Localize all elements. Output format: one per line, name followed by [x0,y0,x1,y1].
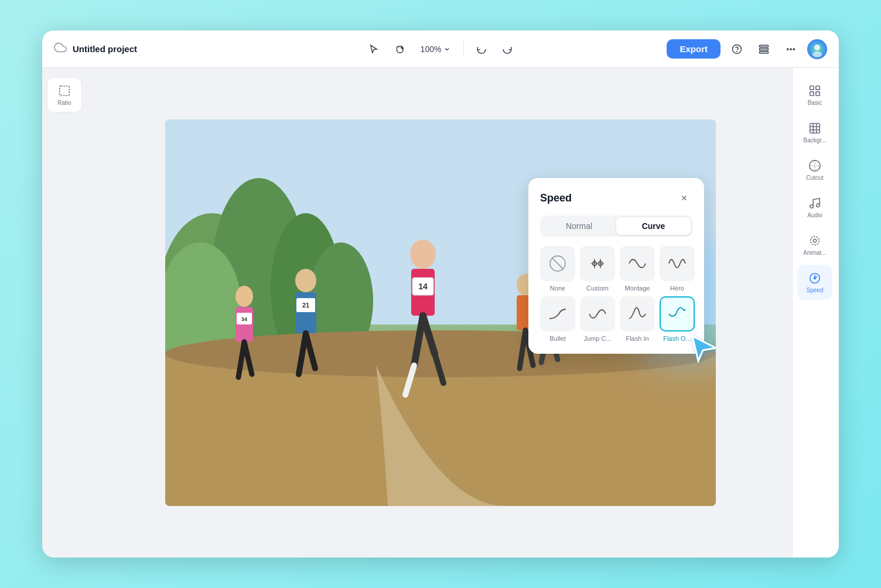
body: Ratio [42,68,839,558]
svg-line-51 [552,258,564,269]
curve-hero[interactable]: Hero [660,246,695,292]
ratio-button[interactable]: Ratio [47,77,82,112]
export-button[interactable]: Export [667,39,720,59]
curve-label-hero: Hero [670,285,684,292]
undo-button[interactable] [471,39,492,60]
curve-flash-in[interactable]: Flash In [620,296,655,342]
curve-box-flash-in [620,296,655,331]
curves-grid: None [540,246,692,342]
curve-label-flash-in: Flash In [626,335,648,342]
sidebar-item-speed[interactable]: Speed [797,265,832,300]
layers-button[interactable] [753,39,774,60]
curve-box-none [540,246,575,281]
svg-point-10 [812,52,822,57]
svg-point-70 [811,236,819,245]
sidebar-item-audio[interactable]: Audio [797,190,832,225]
header-divider [463,41,464,57]
zoom-control[interactable]: 100% [415,41,457,57]
select-tool-button[interactable] [363,39,384,60]
speed-tab-row: Normal Curve [540,216,692,237]
curve-jump-cut[interactable]: Jump C... [580,296,615,342]
sidebar-item-cutout[interactable]: Cutout [797,152,832,187]
ratio-label: Ratio [57,100,71,106]
curve-box-custom [580,246,615,281]
svg-rect-58 [810,86,814,89]
svg-point-9 [814,45,820,50]
svg-rect-60 [810,91,814,95]
svg-point-72 [814,277,816,279]
curve-box-flash-out [660,296,695,331]
curve-box-montage [620,246,655,281]
curve-label-jump-cut: Jump C... [583,335,611,342]
svg-text:34: 34 [241,316,247,322]
sidebar-label-animate: Animat... [803,249,826,256]
svg-point-28 [295,269,316,292]
cursor-arrow [687,330,716,365]
svg-marker-57 [692,336,716,361]
svg-rect-61 [816,91,819,95]
svg-point-7 [793,48,794,49]
sidebar-item-background[interactable]: Backgr... [797,115,832,150]
svg-point-5 [787,48,788,49]
canvas-area: 14 21 [89,68,792,558]
header-center: 100% [314,39,567,60]
sidebar-item-basic[interactable]: Basic [797,77,832,112]
curve-label-custom: Custom [586,285,609,292]
project-title: Untitled project [73,44,137,54]
redo-button[interactable] [497,39,518,60]
svg-point-34 [235,286,253,307]
sidebar-item-animate[interactable]: Animat... [797,227,832,262]
sidebar-label-background: Backgr... [804,137,827,143]
curve-label-bullet: Bullet [549,335,566,342]
canvas: 14 21 [165,119,716,506]
app-window: Untitled project 100% [42,30,839,558]
svg-point-6 [790,48,791,49]
curve-box-hero [660,246,695,281]
svg-point-68 [817,203,820,207]
svg-rect-11 [60,86,70,95]
speed-popup-header: Speed [540,190,692,206]
right-sidebar: Basic Backgr... Cutout [792,68,839,558]
tab-curve[interactable]: Curve [616,217,691,235]
left-sidebar: Ratio [42,68,89,558]
hand-tool-button[interactable] [389,39,410,60]
sidebar-label-speed: Speed [807,287,824,293]
runner-scene: 14 21 [165,119,716,506]
speed-popup-card: Speed Normal Curve [528,178,704,354]
curve-label-none: None [550,285,565,292]
more-button[interactable] [780,39,801,60]
curve-montage[interactable]: Montage [620,246,655,292]
svg-rect-3 [760,48,769,50]
curve-custom[interactable]: Custom [580,246,615,292]
curve-bullet[interactable]: Bullet [540,296,575,342]
cloud-icon [54,41,67,57]
svg-rect-4 [760,51,769,53]
sidebar-label-cutout: Cutout [806,175,823,181]
header-right: Export [574,39,827,60]
curve-none[interactable]: None [540,246,575,292]
header: Untitled project 100% [42,30,839,68]
sidebar-label-audio: Audio [807,212,822,218]
curve-label-montage: Montage [625,285,650,292]
curve-box-bullet [540,296,575,331]
svg-point-20 [410,240,436,269]
svg-text:14: 14 [418,282,428,291]
header-left: Untitled project [54,41,307,57]
avatar [807,39,827,59]
svg-rect-2 [760,45,769,47]
svg-point-67 [810,204,814,208]
sidebar-label-basic: Basic [808,100,822,106]
svg-point-69 [813,239,817,242]
zoom-value: 100% [421,45,442,54]
curve-box-jump-cut [580,296,615,331]
svg-rect-59 [816,86,819,89]
tab-normal[interactable]: Normal [542,217,616,235]
svg-point-1 [737,51,737,52]
help-button[interactable] [726,39,747,60]
close-popup-button[interactable] [676,190,692,206]
speed-popup-title: Speed [540,192,572,204]
svg-rect-62 [810,123,820,133]
svg-text:21: 21 [302,302,309,309]
